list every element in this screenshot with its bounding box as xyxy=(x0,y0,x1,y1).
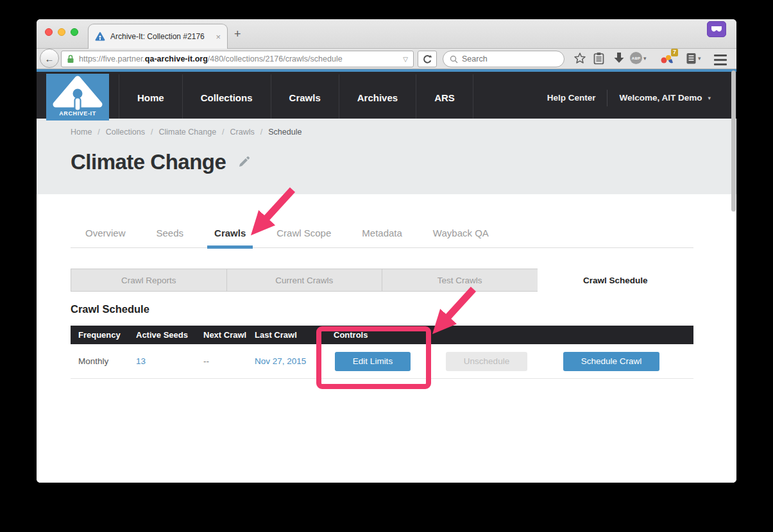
subtab-test-crawls[interactable]: Test Crawls xyxy=(382,269,538,292)
tab-overview[interactable]: Overview xyxy=(85,228,126,238)
tab-title: Archive-It: Collection #2176 xyxy=(110,32,210,41)
breadcrumb-separator: / xyxy=(98,128,99,137)
crawl-schedule-table: Frequency Active Seeds Next Crawl Last C… xyxy=(71,326,693,379)
browser-titlebar: Archive-It: Collection #2176 × + xyxy=(37,19,736,49)
subtab-current-crawls[interactable]: Current Crawls xyxy=(226,269,383,292)
search-bar[interactable] xyxy=(443,51,565,67)
adblock-plus-button[interactable]: ABP ▾ xyxy=(630,52,647,64)
col-controls: Controls xyxy=(332,330,693,340)
subtab-crawl-reports[interactable]: Crawl Reports xyxy=(71,269,227,292)
abp-dropdown-icon[interactable]: ▾ xyxy=(643,55,647,62)
nav-item-collections[interactable]: Collections xyxy=(182,74,271,121)
nav-item-ars[interactable]: ARS xyxy=(416,74,473,121)
frequency-value: Monthly xyxy=(78,356,136,366)
minimize-window-button[interactable] xyxy=(58,28,65,36)
extension-button[interactable]: 7 xyxy=(660,52,674,65)
nav-item-home[interactable]: Home xyxy=(119,74,182,121)
col-active-seeds: Active Seeds xyxy=(136,330,203,340)
breadcrumb: Home / Collections / Climate Change / Cr… xyxy=(71,128,302,137)
archive-it-favicon xyxy=(95,31,105,42)
user-menu-caret-icon: ▾ xyxy=(708,95,711,101)
page-title: Climate Change xyxy=(71,150,226,174)
nav-user-area: Help Center Welcome, AIT Demo ▾ xyxy=(547,74,711,121)
star-icon xyxy=(573,52,586,65)
reload-button[interactable] xyxy=(418,51,437,67)
url-bar[interactable]: https://five.partner.qa-archive-it.org/4… xyxy=(61,51,414,67)
list-icon xyxy=(686,52,697,65)
browser-window: Archive-It: Collection #2176 × + ← https… xyxy=(37,19,736,483)
collection-tabs: Overview Seeds Crawls Crawl Scope Metada… xyxy=(71,228,693,248)
tab-seeds[interactable]: Seeds xyxy=(157,228,184,238)
crawls-subtabs: Crawl Reports Current Crawls Test Crawls… xyxy=(71,269,693,292)
download-arrow-icon xyxy=(613,52,625,64)
scrollbar-thumb[interactable] xyxy=(731,71,736,212)
archive-it-logo[interactable]: ARCHIVE-IT xyxy=(46,74,109,121)
url-dropdown-icon[interactable]: ▽ xyxy=(403,56,408,63)
breadcrumb-separator: / xyxy=(222,128,224,137)
unschedule-button[interactable]: Unschedule xyxy=(446,352,527,371)
site-navbar: Home Collections Crawls Archives ARS Hel… xyxy=(37,72,736,119)
schedule-crawl-button[interactable]: Schedule Crawl xyxy=(563,352,659,371)
reload-icon xyxy=(423,54,432,64)
browser-toolbar: ← https://five.partner.qa-archive-it.org… xyxy=(37,49,736,69)
help-center-link[interactable]: Help Center xyxy=(547,93,607,103)
bookmark-star-button[interactable] xyxy=(573,52,586,65)
collection-content: Overview Seeds Crawls Crawl Scope Metada… xyxy=(37,194,736,483)
downloads-button[interactable] xyxy=(613,52,625,64)
nav-item-archives[interactable]: Archives xyxy=(339,74,416,121)
browser-tab[interactable]: Archive-It: Collection #2176 × xyxy=(88,24,228,49)
search-icon xyxy=(450,55,458,63)
col-next-crawl: Next Crawl xyxy=(203,330,255,340)
abp-icon: ABP xyxy=(630,52,642,64)
menu-button[interactable] xyxy=(714,54,727,65)
reading-list-button[interactable] xyxy=(593,52,604,65)
url-text: https://five.partner.qa-archive-it.org/4… xyxy=(79,54,398,63)
breadcrumb-home[interactable]: Home xyxy=(71,128,92,137)
breadcrumb-separator: / xyxy=(151,128,153,137)
nav-item-crawls[interactable]: Crawls xyxy=(271,74,339,121)
user-menu[interactable]: Welcome, AIT Demo ▾ xyxy=(607,93,711,103)
page-viewport: Home Collections Crawls Archives ARS Hel… xyxy=(37,69,736,483)
zoom-window-button[interactable] xyxy=(71,28,78,36)
private-browsing-mask-icon xyxy=(707,21,726,37)
close-window-button[interactable] xyxy=(45,28,53,36)
tab-crawls[interactable]: Crawls xyxy=(214,228,246,238)
desktop-background: Archive-It: Collection #2176 × + ← https… xyxy=(0,0,773,532)
https-lock-icon xyxy=(67,54,74,63)
active-seeds-link[interactable]: 13 xyxy=(136,356,146,366)
breadcrumb-collections[interactable]: Collections xyxy=(106,128,145,137)
window-controls xyxy=(45,28,78,36)
extension-badge: 7 xyxy=(671,49,678,56)
tab-wayback-qa[interactable]: Wayback QA xyxy=(433,228,489,238)
session-manager-button[interactable]: ▾ xyxy=(686,52,701,65)
site-nav-menu: Home Collections Crawls Archives ARS xyxy=(119,74,473,121)
breadcrumb-separator: / xyxy=(260,128,262,137)
breadcrumb-current: Schedule xyxy=(268,128,302,137)
breadcrumb-crawls[interactable]: Crawls xyxy=(230,128,255,137)
table-row: Monthly 13 -- Nov 27, 2015 Edit Limits U… xyxy=(71,344,693,379)
new-tab-button[interactable]: + xyxy=(234,28,241,40)
tab-metadata[interactable]: Metadata xyxy=(362,228,402,238)
edit-title-pencil-icon[interactable] xyxy=(237,156,250,169)
table-header-row: Frequency Active Seeds Next Crawl Last C… xyxy=(71,326,693,344)
crawl-schedule-heading: Crawl Schedule xyxy=(71,303,149,315)
breadcrumb-collection-name[interactable]: Climate Change xyxy=(158,128,216,137)
archive-it-logo-icon xyxy=(46,74,109,113)
back-button[interactable]: ← xyxy=(40,49,59,68)
col-frequency: Frequency xyxy=(78,330,136,340)
col-last-crawl: Last Crawl xyxy=(255,330,332,340)
search-input[interactable] xyxy=(462,54,545,63)
edit-limits-button[interactable]: Edit Limits xyxy=(335,352,411,371)
clipboard-icon xyxy=(593,52,604,65)
last-crawl-link[interactable]: Nov 27, 2015 xyxy=(255,356,306,366)
welcome-label: Welcome, AIT Demo xyxy=(619,93,702,103)
page-scrollbar[interactable] xyxy=(731,71,736,481)
session-dropdown-icon[interactable]: ▾ xyxy=(698,55,701,62)
next-crawl-value: -- xyxy=(203,356,255,366)
subtab-crawl-schedule[interactable]: Crawl Schedule xyxy=(538,269,694,292)
archive-it-logo-text: ARCHIVE-IT xyxy=(59,110,96,117)
tab-crawl-scope[interactable]: Crawl Scope xyxy=(276,228,331,238)
tab-close-icon[interactable]: × xyxy=(216,33,221,41)
page-header-band: Home / Collections / Climate Change / Cr… xyxy=(37,119,736,194)
